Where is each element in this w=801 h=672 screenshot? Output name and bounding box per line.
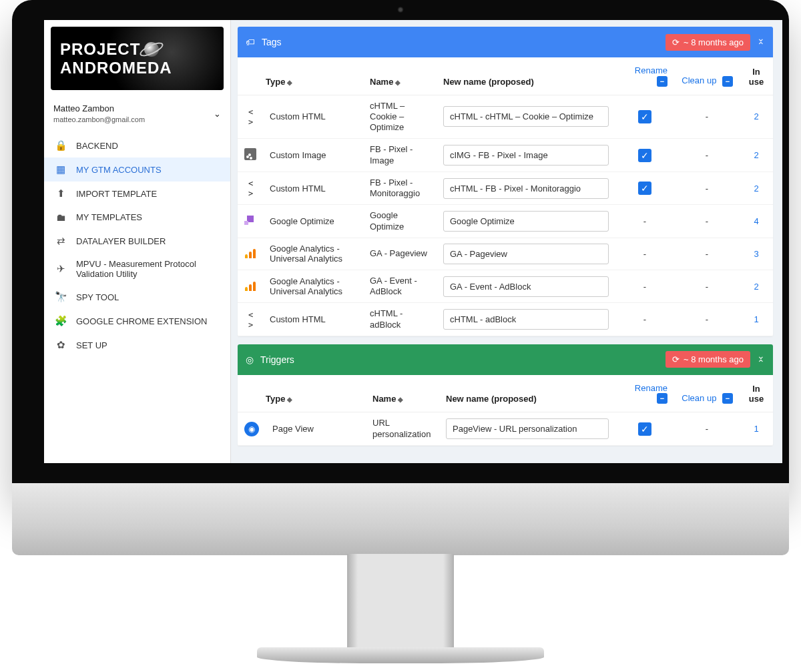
th-type[interactable]: Type◆: [238, 57, 363, 95]
th-name[interactable]: Name◆: [366, 375, 439, 412]
row-cleanup: -: [674, 238, 740, 270]
th-rename[interactable]: Rename −: [615, 375, 674, 412]
user-menu[interactable]: Matteo Zambon matteo.zambon@gmail.com ⌄: [44, 97, 230, 131]
row-icon-cell: [238, 172, 263, 205]
newname-input[interactable]: [443, 309, 609, 330]
row-rename[interactable]: -: [615, 238, 674, 270]
rename-checkbox[interactable]: ✓: [638, 110, 651, 123]
sidebar-item-label: SPY TOOL: [76, 292, 220, 302]
table-row: Custom HTMLcHTML – Cookie – Optimize✓-2: [238, 95, 773, 139]
target-icon: ◎: [246, 354, 254, 365]
th-newname: New name (proposed): [437, 57, 615, 95]
row-type: Custom HTML: [263, 95, 363, 139]
row-inuse: 1: [740, 303, 773, 336]
row-rename[interactable]: ✓: [615, 95, 674, 139]
sidebar-item-label: MY GTM ACCOUNTS: [76, 165, 220, 175]
sidebar-item-label: DATALAYER BUILDER: [76, 236, 220, 246]
analytics-icon: [245, 280, 256, 291]
cleanup-all-checkbox[interactable]: −: [722, 393, 733, 404]
row-inuse: 2: [740, 139, 773, 172]
row-cleanup: -: [674, 303, 740, 336]
row-rename[interactable]: ✓: [615, 172, 674, 205]
tags-table: Type◆ Name◆ New name (proposed): [238, 57, 773, 336]
monitor-bezel: PROJECT ANDROMEDA Matteo Zambon matteo.z…: [12, 0, 789, 492]
row-inuse: 2: [740, 270, 773, 303]
inuse-link[interactable]: 1: [754, 314, 758, 324]
th-inuse: In use: [740, 375, 773, 412]
sidebar-item-send[interactable]: ✈MPVU - Measurement Protocol Validation …: [44, 253, 230, 285]
tag-icon: 🏷: [246, 37, 255, 47]
triggers-collapse-toggle[interactable]: ⌄⌃: [757, 352, 765, 367]
monitor-chin: [12, 483, 789, 555]
rename-checkbox[interactable]: ✓: [638, 422, 651, 436]
row-newname-cell: [437, 205, 615, 238]
triggers-refresh-badge[interactable]: ⟳ ~ 8 months ago: [665, 351, 750, 368]
newname-input[interactable]: [443, 211, 609, 232]
sidebar-item-transfer[interactable]: ⇄DATALAYER BUILDER: [44, 229, 230, 253]
screen: PROJECT ANDROMEDA Matteo Zambon matteo.z…: [44, 20, 782, 463]
rename-all-checkbox[interactable]: −: [657, 393, 668, 404]
newname-input[interactable]: [443, 106, 609, 127]
th-rename[interactable]: Rename −: [615, 57, 674, 95]
sidebar-item-puzzle[interactable]: 🧩GOOGLE CHROME EXTENSION: [44, 309, 230, 333]
newname-input[interactable]: [443, 145, 609, 165]
inuse-link[interactable]: 2: [754, 111, 758, 121]
th-type[interactable]: Type◆: [238, 375, 366, 412]
row-type: Google Optimize: [263, 205, 363, 238]
row-inuse: 2: [740, 95, 773, 139]
sidebar-item-grid[interactable]: ▦MY GTM ACCOUNTS: [44, 157, 230, 182]
row-type: Page View: [266, 412, 366, 446]
tags-panel-header: 🏷 Tags ⟳ ~ 8 months ago ⌄⌃: [238, 27, 773, 57]
row-cleanup: -: [674, 205, 740, 238]
row-inuse: 2: [740, 172, 773, 205]
rename-checkbox[interactable]: ✓: [638, 149, 651, 162]
inuse-link[interactable]: 1: [754, 424, 758, 434]
th-name[interactable]: Name◆: [363, 57, 437, 95]
inuse-link[interactable]: 2: [754, 184, 758, 194]
newname-input[interactable]: [443, 276, 609, 297]
th-cleanup[interactable]: Clean up −: [674, 375, 740, 412]
inuse-link[interactable]: 2: [754, 282, 758, 292]
row-name: GA - Pageview: [363, 238, 437, 270]
main-content: 🏷 Tags ⟳ ~ 8 months ago ⌄⌃: [231, 20, 782, 463]
newname-input[interactable]: [446, 418, 609, 439]
row-rename[interactable]: -: [615, 270, 674, 303]
sidebar-item-upload[interactable]: ⬆IMPORT TEMPLATE: [44, 182, 230, 206]
tags-collapse-toggle[interactable]: ⌄⌃: [757, 35, 765, 49]
row-inuse: 3: [740, 238, 773, 270]
eye-icon: ◉: [244, 422, 259, 436]
sidebar-item-folder[interactable]: 🖿MY TEMPLATES: [44, 206, 230, 229]
row-rename[interactable]: ✓: [615, 412, 674, 446]
row-name: FB - Pixel - Image: [363, 139, 437, 172]
rename-all-checkbox[interactable]: −: [657, 76, 668, 87]
newname-input[interactable]: [443, 178, 609, 199]
row-name: GA - Event - AdBlock: [363, 270, 437, 303]
transfer-icon: ⇄: [55, 235, 67, 247]
inuse-link[interactable]: 2: [754, 150, 758, 160]
logo-line1: PROJECT: [60, 40, 140, 59]
code-icon: [248, 178, 252, 198]
row-inuse: 4: [740, 205, 773, 238]
cleanup-all-checkbox[interactable]: −: [722, 76, 733, 87]
triggers-refresh-label: ~ 8 months ago: [684, 354, 744, 364]
sidebar-item-lock[interactable]: 🔒BACKEND: [44, 133, 230, 157]
inuse-link[interactable]: 3: [754, 249, 758, 259]
table-row: Custom HTMLcHTML - adBlock--1: [238, 303, 773, 336]
tags-refresh-badge[interactable]: ⟳ ~ 8 months ago: [665, 34, 750, 51]
sidebar-item-label: SET UP: [76, 340, 220, 350]
row-type: Custom HTML: [263, 172, 363, 205]
sidebar-item-binoculars[interactable]: 🔭SPY TOOL: [44, 285, 230, 309]
newname-input[interactable]: [443, 244, 609, 264]
row-newname-cell: [437, 95, 615, 139]
row-rename[interactable]: ✓: [615, 139, 674, 172]
th-newname: New name (proposed): [439, 375, 615, 412]
th-cleanup[interactable]: Clean up −: [674, 57, 740, 95]
sidebar-item-gear[interactable]: ✿SET UP: [44, 333, 230, 357]
inuse-link[interactable]: 4: [754, 216, 758, 226]
row-rename[interactable]: -: [615, 205, 674, 238]
folder-icon: 🖿: [55, 212, 67, 223]
monitor-frame: PROJECT ANDROMEDA Matteo Zambon matteo.z…: [0, 0, 801, 672]
row-rename[interactable]: -: [615, 303, 674, 336]
rename-checkbox[interactable]: ✓: [638, 182, 651, 195]
row-newname-cell: [437, 270, 615, 303]
